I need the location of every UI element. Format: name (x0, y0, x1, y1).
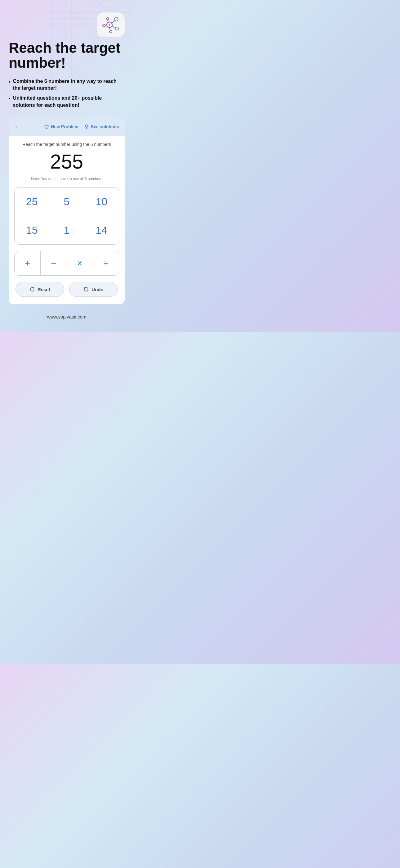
top-bar-actions: New Problem See solutions (44, 124, 119, 129)
undo-icon (84, 286, 89, 292)
logo-box (97, 12, 125, 37)
number-grid: 25 5 10 15 1 14 (14, 187, 119, 245)
logo-section (9, 0, 125, 37)
bullet-item-2: • Unlimited questions and 20+ possible s… (9, 95, 125, 108)
main-content: Reach the target number! • Combine the 6… (0, 0, 133, 319)
bullet-dot-2: • (9, 95, 10, 102)
refresh-icon (44, 124, 49, 129)
svg-line-38 (112, 26, 116, 28)
reset-button[interactable]: Reset (15, 282, 64, 297)
bullet-text-2: Unlimited questions and 20+ possible sol… (13, 95, 125, 108)
new-problem-button[interactable]: New Problem (44, 124, 78, 129)
undo-label: Undo (92, 287, 103, 292)
bullet-text-1: Combine the 6 numbers in any way to reac… (13, 78, 125, 92)
svg-point-33 (115, 27, 119, 30)
network-icon (101, 16, 121, 34)
undo-button[interactable]: Undo (69, 282, 118, 297)
back-arrow-icon: ← (14, 123, 21, 130)
number-cell-14[interactable]: 14 (84, 216, 119, 244)
svg-line-41 (108, 20, 108, 22)
svg-point-31 (109, 24, 110, 26)
svg-line-37 (112, 21, 115, 23)
number-cell-15[interactable]: 15 (14, 216, 49, 244)
operator-multiply[interactable]: × (67, 251, 93, 275)
svg-line-39 (109, 28, 110, 30)
target-number: 255 (14, 152, 119, 172)
svg-point-36 (107, 18, 109, 20)
number-cell-10[interactable]: 10 (84, 187, 119, 216)
back-button[interactable]: ← (14, 122, 23, 131)
website-url: www.sopivasti.com (47, 314, 87, 319)
lightbulb-icon (84, 124, 89, 129)
see-solutions-label: See solutions (91, 124, 119, 129)
game-note: Note: You do not have to use all 6 numbe… (14, 177, 119, 181)
reset-label: Reset (37, 287, 50, 292)
footer: www.sopivasti.com (9, 314, 125, 319)
bottom-buttons: Reset Undo (14, 282, 119, 297)
game-area: Reach the target number using the 6 numb… (9, 136, 125, 304)
svg-point-35 (103, 24, 105, 27)
operator-minus[interactable]: − (41, 251, 67, 275)
new-problem-label: New Problem (51, 124, 78, 129)
operator-plus[interactable]: + (14, 251, 41, 275)
grid-row-1: 25 5 10 (14, 187, 119, 216)
bullet-item-1: • Combine the 6 numbers in any way to re… (9, 78, 125, 92)
bullet-dot-1: • (9, 79, 10, 85)
number-cell-5[interactable]: 5 (49, 187, 84, 216)
game-subtitle: Reach the target number using the 6 numb… (14, 142, 119, 147)
see-solutions-button[interactable]: See solutions (84, 124, 119, 129)
app-card: ← New Problem (9, 117, 125, 304)
top-bar: ← New Problem (9, 117, 125, 136)
main-title: Reach the target number! (9, 40, 125, 70)
operator-pad: + − × ÷ (14, 251, 119, 276)
reset-icon (29, 286, 35, 292)
operator-divide[interactable]: ÷ (93, 251, 119, 275)
grid-row-2: 15 1 14 (14, 216, 119, 244)
number-cell-1[interactable]: 1 (49, 216, 84, 244)
bullets-section: • Combine the 6 numbers in any way to re… (9, 78, 125, 109)
svg-point-34 (109, 30, 112, 33)
number-cell-25[interactable]: 25 (14, 187, 49, 216)
